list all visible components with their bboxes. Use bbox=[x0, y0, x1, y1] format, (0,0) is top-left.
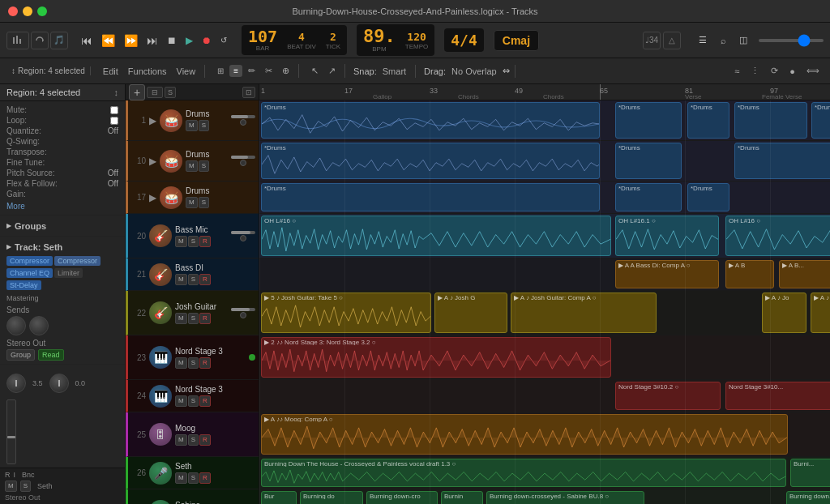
view-menu-button[interactable]: View bbox=[173, 65, 200, 78]
solo-20[interactable]: S bbox=[188, 236, 199, 247]
region-21-3[interactable]: ▶ A B... bbox=[779, 260, 830, 288]
plugin-limiter[interactable]: Limiter bbox=[54, 268, 83, 278]
rewind-button[interactable]: ⏪ bbox=[98, 32, 118, 49]
solo-1[interactable]: S bbox=[199, 120, 209, 131]
track-options-button[interactable]: ⊡ bbox=[242, 87, 255, 98]
pointer-tool-button[interactable]: ↖ bbox=[307, 64, 323, 78]
glue-tool-button[interactable]: ⊕ bbox=[278, 64, 293, 78]
minimize-button[interactable] bbox=[23, 6, 32, 16]
edit-menu-button[interactable]: Edit bbox=[99, 65, 122, 78]
region-23-1[interactable]: ▶ 2 ♪♪ Nord Stage 3: Nord Stage 3.2 ○ bbox=[261, 337, 611, 378]
plugin-channel-eq[interactable]: Channel EQ bbox=[6, 268, 53, 278]
solo-26[interactable]: S bbox=[188, 472, 199, 484]
track-expand-10[interactable]: ▶ bbox=[149, 156, 156, 167]
region-10-3[interactable]: *Drums bbox=[734, 143, 830, 179]
mute-21[interactable]: M bbox=[175, 274, 187, 285]
tuner-icon[interactable]: ♩34 bbox=[643, 32, 661, 49]
grid-view-button[interactable]: ⊞ bbox=[213, 65, 228, 77]
track-type-button[interactable]: ⊟ bbox=[147, 87, 163, 98]
region-22-1[interactable]: ▶ 5 ♪ Josh Guitar: Take 5 ○ bbox=[261, 293, 431, 333]
region-22-5[interactable]: ▶ A ♪ Josh... bbox=[811, 293, 830, 333]
region-24-1[interactable]: Nord Stage 3#10.2 ○ bbox=[615, 382, 721, 410]
region-27-2[interactable]: Burning do bbox=[300, 491, 363, 504]
m-button[interactable]: M bbox=[5, 481, 17, 492]
region-17-2[interactable]: *Drums bbox=[615, 183, 682, 211]
automation-button[interactable]: ≈ bbox=[730, 65, 743, 78]
key-display[interactable]: Cmaj bbox=[494, 30, 539, 51]
groups-expand-icon[interactable]: ▸ bbox=[6, 220, 11, 231]
region-25-1[interactable]: ▶ A ♪♪ Moog: Comp A ○ bbox=[261, 414, 788, 455]
region-22-3[interactable]: ▶ A ♪ Josh Guitar: Comp A ○ bbox=[511, 293, 657, 333]
region-27-5[interactable]: Burning down-crosseyed - Sabine BU.8 ○ bbox=[486, 491, 644, 504]
solo-10[interactable]: S bbox=[199, 160, 209, 172]
mute-26[interactable]: M bbox=[175, 472, 187, 484]
record-23[interactable]: R bbox=[199, 357, 211, 369]
track-fader-bar-10[interactable] bbox=[231, 156, 255, 159]
region-20-2[interactable]: OH L#16.1 ○ bbox=[615, 216, 719, 256]
zoom-button[interactable]: ● bbox=[785, 65, 799, 78]
region-26-2[interactable]: Burni... bbox=[790, 459, 830, 487]
mute-checkbox[interactable] bbox=[110, 106, 118, 114]
plugin-st-delay[interactable]: St-Delay bbox=[6, 280, 41, 290]
track-expand-icon[interactable]: ▸ bbox=[6, 241, 11, 252]
region-collapse-icon[interactable]: ↕ bbox=[114, 88, 119, 97]
region-27-3[interactable]: Burning down-cro bbox=[366, 491, 438, 504]
solo-25[interactable]: S bbox=[188, 434, 199, 446]
metronome-icon[interactable]: 🎵 bbox=[50, 32, 68, 49]
close-button[interactable] bbox=[8, 6, 18, 16]
region-17-1[interactable]: *Drums bbox=[261, 183, 600, 211]
send-knob-2[interactable] bbox=[29, 316, 49, 335]
track-knob-20[interactable] bbox=[240, 235, 246, 241]
track-view-button[interactable]: S bbox=[165, 87, 176, 98]
channel-fader[interactable] bbox=[6, 399, 16, 464]
list-icon[interactable]: ☰ bbox=[694, 32, 712, 49]
go-end-button[interactable]: ⏭ bbox=[143, 32, 161, 49]
marker-button[interactable]: ⋮ bbox=[747, 64, 764, 78]
track-expand-17[interactable]: ▶ bbox=[149, 192, 156, 203]
record-20[interactable]: R bbox=[199, 236, 211, 247]
solo-24[interactable]: S bbox=[188, 395, 199, 407]
mute-20[interactable]: M bbox=[175, 236, 187, 247]
region-21-2[interactable]: ▶ A B bbox=[725, 260, 774, 288]
record-button[interactable]: ⏺ bbox=[199, 33, 215, 48]
group-button[interactable]: Group bbox=[6, 349, 35, 361]
capture-button[interactable]: ↺ bbox=[217, 34, 230, 46]
functions-menu-button[interactable]: Functions bbox=[124, 65, 171, 78]
region-17-3[interactable]: *Drums bbox=[687, 183, 729, 211]
search-icon[interactable]: ⌕ bbox=[714, 32, 732, 49]
record-22[interactable]: R bbox=[199, 313, 211, 324]
mute-24[interactable]: M bbox=[175, 395, 187, 407]
scissors-tool-button[interactable]: ✂ bbox=[261, 64, 276, 78]
second-tool-button[interactable]: ↗ bbox=[324, 64, 340, 78]
mute-25[interactable]: M bbox=[175, 434, 187, 446]
record-21[interactable]: R bbox=[199, 274, 211, 285]
pencil-tool-button[interactable]: ✏ bbox=[244, 64, 259, 78]
record-26[interactable]: R bbox=[199, 472, 211, 484]
track-knob-10[interactable] bbox=[240, 160, 246, 166]
play-button[interactable]: ▶ bbox=[182, 33, 196, 48]
region-10-2[interactable]: *Drums bbox=[615, 143, 682, 179]
region-10-1[interactable]: *Drums bbox=[261, 143, 600, 179]
region-1-3[interactable]: *Drums bbox=[687, 102, 729, 139]
master-volume-slider[interactable] bbox=[759, 39, 824, 42]
mute-17[interactable]: M bbox=[186, 197, 198, 208]
list-view-button[interactable]: ≡ bbox=[229, 65, 242, 77]
record-25[interactable]: R bbox=[199, 434, 211, 446]
region-27-4[interactable]: Burnin bbox=[441, 491, 483, 504]
maximize-button[interactable] bbox=[37, 6, 47, 16]
solo-17[interactable]: S bbox=[199, 197, 209, 208]
region-27-1[interactable]: Bur bbox=[261, 491, 297, 504]
solo-22[interactable]: S bbox=[188, 313, 199, 324]
stop-button[interactable]: ⏹ bbox=[164, 33, 180, 48]
region-21-1[interactable]: ▶ A A Bass Di: Comp A ○ bbox=[615, 260, 719, 288]
read-button[interactable]: Read bbox=[38, 349, 64, 361]
more-label[interactable]: More bbox=[6, 202, 25, 211]
region-1-2[interactable]: *Drums bbox=[615, 102, 682, 139]
region-22-4[interactable]: ▶ A ♪ Jo bbox=[762, 293, 806, 333]
drag-value-button[interactable]: No Overlap bbox=[447, 65, 501, 78]
track-fader-bar-20[interactable] bbox=[231, 231, 255, 234]
track-knob-22[interactable] bbox=[240, 312, 246, 318]
track-fader-bar-1[interactable] bbox=[231, 115, 255, 118]
region-20-1[interactable]: OH L#16 ○ bbox=[261, 216, 611, 256]
mixer-icon[interactable] bbox=[6, 32, 29, 49]
